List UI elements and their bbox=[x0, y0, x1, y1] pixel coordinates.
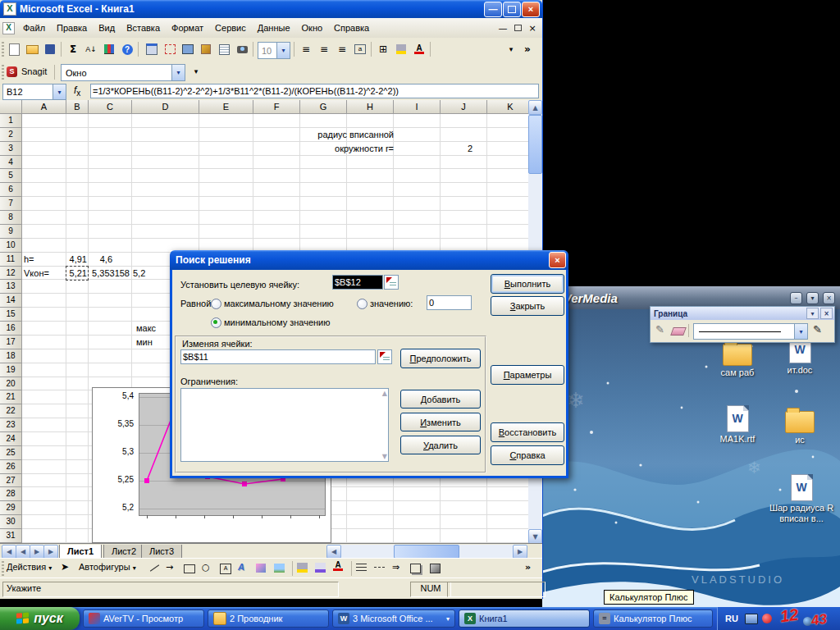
collapse-dialog-button[interactable] bbox=[377, 349, 392, 364]
font-color-icon[interactable]: A bbox=[333, 561, 343, 571]
fill-color-icon[interactable] bbox=[392, 40, 410, 58]
row-header[interactable]: 21 bbox=[0, 390, 22, 404]
radio-min-label[interactable]: минимальному значению bbox=[224, 317, 331, 327]
excel-titlebar[interactable]: X Microsoft Excel - Книга1 — × bbox=[0, 0, 542, 18]
toolbar-grip[interactable] bbox=[2, 42, 4, 57]
row-header[interactable]: 30 bbox=[0, 515, 22, 529]
text-box-icon[interactable]: A bbox=[220, 564, 231, 574]
avermedia-close-icon[interactable]: × bbox=[823, 292, 835, 304]
column-header[interactable]: C bbox=[89, 100, 132, 114]
row-header[interactable]: 25 bbox=[0, 446, 22, 460]
line-color-pencil-icon[interactable]: ✎ bbox=[813, 323, 822, 336]
save-icon[interactable] bbox=[41, 40, 59, 58]
name-box[interactable]: B12 ▾ bbox=[2, 84, 66, 100]
cell-a11[interactable]: h= bbox=[24, 253, 34, 266]
taskbar-button-calculator[interactable]: = Калькулятор Плюс bbox=[593, 609, 713, 628]
line-icon[interactable] bbox=[150, 564, 159, 571]
column-header[interactable]: I bbox=[394, 100, 441, 114]
menu-help[interactable]: Справка bbox=[328, 21, 375, 35]
close-button[interactable]: Закрыть bbox=[491, 296, 564, 316]
autoshapes-menu[interactable]: Автофигуры ▾ bbox=[79, 562, 136, 572]
row-header[interactable]: 29 bbox=[0, 501, 22, 515]
select-objects-icon[interactable]: ➤ bbox=[61, 561, 69, 573]
avermedia-minimize-icon[interactable]: – bbox=[790, 292, 802, 304]
merge-center-icon[interactable]: a bbox=[351, 40, 369, 58]
row-header[interactable]: 3 bbox=[0, 142, 22, 156]
border-tool-window[interactable]: Граница ▾ × ✎ ▾ ✎ bbox=[650, 306, 835, 343]
row-header[interactable]: 9 bbox=[0, 225, 22, 239]
column-header[interactable]: J bbox=[441, 100, 487, 114]
collapse-dialog-button[interactable] bbox=[384, 275, 399, 290]
value-field[interactable]: 0 bbox=[427, 295, 472, 310]
row-header[interactable]: 4 bbox=[0, 156, 22, 170]
cell-b11[interactable]: 4,91 bbox=[55, 253, 87, 266]
change-button[interactable]: Изменить bbox=[400, 413, 481, 431]
fill-color-icon[interactable] bbox=[297, 563, 308, 573]
row-header[interactable]: 24 bbox=[0, 432, 22, 446]
column-header[interactable]: A bbox=[22, 100, 66, 114]
line-style-dropdown[interactable]: ▾ bbox=[693, 323, 808, 340]
cell-c12[interactable]: 5,353158 bbox=[89, 267, 130, 280]
formula-input[interactable]: =1/3*КОРЕНЬ((B11-2)^2-2^2)+1/3*B11^2*(B1… bbox=[90, 84, 539, 98]
select-all-corner[interactable] bbox=[0, 100, 22, 114]
tab-sheet2[interactable]: Лист2 bbox=[103, 545, 144, 559]
menu-format[interactable]: Формат bbox=[166, 21, 209, 35]
row-header[interactable]: 8 bbox=[0, 211, 22, 225]
menu-edit[interactable]: Правка bbox=[51, 21, 93, 35]
last-sheet-icon[interactable]: ▶ bbox=[43, 545, 58, 559]
dash-style-icon[interactable] bbox=[374, 567, 385, 568]
row-header[interactable]: 6 bbox=[0, 183, 22, 197]
toolbar-grip[interactable] bbox=[2, 65, 4, 80]
sort-ascending-icon[interactable]: A↓ bbox=[82, 40, 100, 58]
cell-a12[interactable]: Vкон= bbox=[24, 267, 49, 280]
close-icon[interactable]: × bbox=[549, 252, 566, 268]
insert-function-icon[interactable]: fx bbox=[74, 84, 80, 98]
region-capture-icon[interactable] bbox=[161, 40, 179, 58]
radio-value-label[interactable]: значению: bbox=[370, 299, 413, 308]
column-header[interactable]: H bbox=[347, 100, 394, 114]
new-icon[interactable] bbox=[5, 40, 23, 58]
align-center-icon[interactable]: ≡ bbox=[315, 40, 333, 58]
chevron-down-icon[interactable]: ▾ bbox=[806, 308, 819, 319]
taskbar-button-kniga1[interactable]: X Книга1 bbox=[459, 609, 590, 628]
row-header[interactable]: 17 bbox=[0, 336, 22, 349]
rectangle-icon[interactable] bbox=[184, 564, 195, 573]
cell-e17[interactable]: мин bbox=[136, 336, 153, 349]
column-header[interactable]: D bbox=[132, 100, 199, 114]
shadow-style-icon[interactable] bbox=[410, 564, 421, 573]
window-capture-icon[interactable] bbox=[143, 40, 161, 58]
snagit-profile-combobox[interactable]: Окно ▾ bbox=[61, 64, 185, 81]
workbook-close-icon[interactable]: × bbox=[526, 23, 539, 34]
maximize-icon[interactable] bbox=[503, 2, 521, 17]
arrow-style-icon[interactable]: ⇒ bbox=[392, 562, 399, 573]
column-header[interactable]: E bbox=[199, 100, 253, 114]
object-capture-icon[interactable] bbox=[197, 40, 215, 58]
radio-min[interactable] bbox=[211, 317, 221, 328]
taskbar-button-explorer[interactable]: 2 Проводник bbox=[208, 609, 329, 628]
cell-i3[interactable]: 2 bbox=[423, 142, 472, 155]
menu-tools[interactable]: Сервис bbox=[209, 21, 252, 35]
toolbar-options-chevron[interactable]: » bbox=[525, 562, 531, 573]
open-icon[interactable] bbox=[23, 40, 41, 58]
column-header[interactable]: F bbox=[253, 100, 300, 114]
first-sheet-icon[interactable]: ◀ bbox=[2, 545, 16, 559]
align-right-icon[interactable]: ≡ bbox=[333, 40, 351, 58]
constraints-listbox[interactable]: ▲ ▼ bbox=[180, 388, 389, 462]
chevron-down-icon[interactable]: ▾ bbox=[502, 40, 520, 58]
row-header[interactable]: 23 bbox=[0, 418, 22, 432]
column-header[interactable]: B bbox=[66, 100, 89, 114]
desktop-icon-is[interactable]: ис bbox=[769, 407, 831, 445]
solver-dialog[interactable]: Поиск решения × Установить целевую ячейк… bbox=[170, 250, 568, 478]
menu-capture-icon[interactable] bbox=[215, 40, 233, 58]
row-header[interactable]: 1 bbox=[0, 114, 22, 128]
font-size-combobox[interactable]: 10 ▾ bbox=[258, 42, 290, 59]
cell-e16[interactable]: макс bbox=[136, 322, 156, 335]
row-header[interactable]: 15 bbox=[0, 308, 22, 322]
autosum-icon[interactable]: Σ bbox=[64, 40, 82, 58]
cell-g2[interactable]: радиус вписанной bbox=[271, 128, 394, 141]
changing-cell-field[interactable]: $B$11 bbox=[180, 349, 376, 364]
help-icon[interactable]: ? bbox=[118, 40, 136, 58]
language-indicator[interactable]: RU bbox=[725, 614, 738, 623]
guess-button[interactable]: Предположить bbox=[400, 349, 481, 368]
workbook-minimize-icon[interactable]: — bbox=[496, 23, 509, 34]
